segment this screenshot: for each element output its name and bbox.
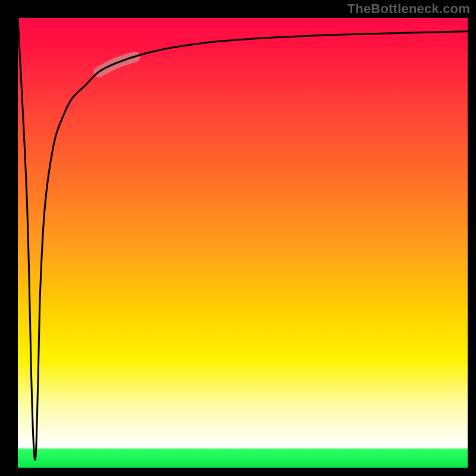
watermark-text: TheBottleneck.com bbox=[347, 1, 470, 17]
plot-background-gradient bbox=[18, 18, 468, 468]
chart-frame: TheBottleneck.com bbox=[0, 0, 476, 476]
